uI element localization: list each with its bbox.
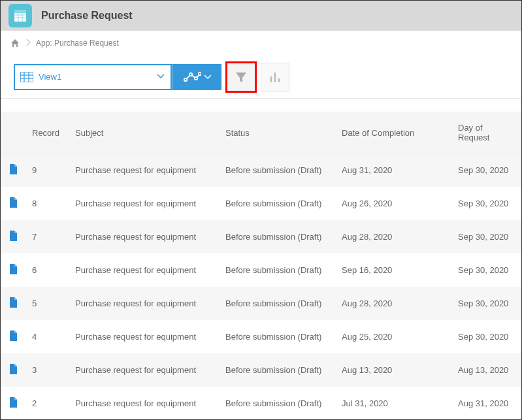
- cell-status: Before submission (Draft): [219, 287, 335, 320]
- records-table: Record Subject Status Date of Completion…: [1, 112, 521, 420]
- record-icon[interactable]: [8, 297, 18, 308]
- filter-button[interactable]: [225, 61, 257, 93]
- cell-subject: Purchase request for equipment: [69, 287, 219, 320]
- app-icon: [8, 4, 32, 27]
- page-title: Purchase Request: [41, 10, 133, 22]
- breadcrumb-app[interactable]: App: Purchase Request: [36, 39, 119, 48]
- table-row[interactable]: 3Purchase request for equipmentBefore su…: [1, 353, 521, 387]
- svg-line-17: [197, 74, 199, 77]
- record-icon[interactable]: [8, 397, 18, 408]
- chart-button[interactable]: [261, 63, 289, 91]
- cell-request: Aug 13, 2020: [451, 353, 521, 387]
- cell-completion: Sep 16, 2020: [335, 253, 451, 287]
- graph-dropdown[interactable]: [172, 64, 221, 90]
- cell-subject: Purchase request for equipment: [69, 253, 219, 287]
- home-icon[interactable]: [10, 38, 20, 48]
- table-view-icon: [20, 72, 33, 82]
- table-row[interactable]: 5Purchase request for equipmentBefore su…: [1, 287, 521, 320]
- table-row[interactable]: 8Purchase request for equipmentBefore su…: [1, 187, 521, 220]
- col-request-header[interactable]: Day of Request: [451, 112, 521, 153]
- cell-record: 4: [25, 320, 69, 353]
- svg-rect-6: [20, 72, 33, 82]
- cell-status: Before submission (Draft): [219, 220, 335, 253]
- chevron-down-icon: [204, 72, 212, 82]
- table-row[interactable]: 6Purchase request for equipmentBefore su…: [1, 253, 521, 287]
- cell-request: Sep 30, 2020: [451, 320, 521, 353]
- cell-subject: Purchase request for equipment: [69, 220, 219, 253]
- col-record-header[interactable]: Record: [25, 112, 69, 153]
- breadcrumb: App: Purchase Request: [1, 31, 521, 56]
- cell-subject: Purchase request for equipment: [69, 320, 219, 353]
- cell-completion: Aug 28, 2020: [335, 287, 451, 320]
- cell-completion: Aug 25, 2020: [335, 320, 451, 353]
- record-icon[interactable]: [8, 264, 18, 274]
- cell-request: Aug 31, 2020: [451, 387, 521, 420]
- record-icon[interactable]: [8, 331, 18, 341]
- cell-completion: Jul 31, 2020: [335, 387, 451, 420]
- table-row[interactable]: 7Purchase request for equipmentBefore su…: [1, 220, 521, 253]
- cell-request: Sep 30, 2020: [451, 287, 521, 320]
- svg-rect-1: [14, 10, 26, 13]
- cell-record: 8: [25, 187, 69, 220]
- cell-request: Sep 30, 2020: [451, 153, 521, 187]
- cell-status: Before submission (Draft): [219, 253, 335, 287]
- col-icon-header: [1, 112, 25, 153]
- cell-status: Before submission (Draft): [219, 320, 335, 353]
- app-grid-icon: [12, 8, 28, 24]
- record-icon[interactable]: [8, 197, 18, 208]
- cell-completion: Aug 31, 2020: [335, 153, 451, 187]
- cell-status: Before submission (Draft): [219, 387, 335, 420]
- table-header-row: Record Subject Status Date of Completion…: [1, 112, 521, 153]
- cell-subject: Purchase request for equipment: [69, 387, 219, 420]
- svg-line-16: [191, 75, 195, 78]
- table-row[interactable]: 4Purchase request for equipmentBefore su…: [1, 320, 521, 353]
- cell-subject: Purchase request for equipment: [69, 153, 219, 187]
- cell-completion: Aug 13, 2020: [335, 353, 451, 387]
- cell-record: 9: [25, 153, 69, 187]
- toolbar: View1: [1, 56, 521, 99]
- cell-record: 2: [25, 387, 69, 420]
- header-bar: Purchase Request: [1, 1, 521, 31]
- cell-record: 6: [25, 253, 69, 287]
- col-completion-header[interactable]: Date of Completion: [335, 112, 451, 153]
- cell-status: Before submission (Draft): [219, 187, 335, 220]
- col-status-header[interactable]: Status: [219, 112, 335, 153]
- cell-record: 7: [25, 220, 69, 253]
- cell-subject: Purchase request for equipment: [69, 353, 219, 387]
- cell-request: Sep 30, 2020: [451, 187, 521, 220]
- funnel-icon: [234, 70, 248, 84]
- table-row[interactable]: 9Purchase request for equipmentBefore su…: [1, 153, 521, 187]
- cell-status: Before submission (Draft): [219, 353, 335, 387]
- record-icon[interactable]: [8, 231, 18, 241]
- cell-status: Before submission (Draft): [219, 153, 335, 187]
- view-selector[interactable]: View1: [14, 64, 172, 90]
- cell-completion: Aug 26, 2020: [335, 187, 451, 220]
- cell-request: Sep 30, 2020: [451, 220, 521, 253]
- svg-line-15: [186, 75, 189, 78]
- table-row[interactable]: 2Purchase request for equipmentBefore su…: [1, 387, 521, 420]
- cell-completion: Aug 28, 2020: [335, 220, 451, 253]
- breadcrumb-chevron-icon: [25, 38, 31, 48]
- cell-subject: Purchase request for equipment: [69, 187, 219, 220]
- line-chart-icon: [183, 71, 201, 84]
- chevron-down-icon: [156, 72, 165, 82]
- col-subject-header[interactable]: Subject: [69, 112, 219, 153]
- record-icon[interactable]: [8, 164, 18, 174]
- view-selector-label: View1: [39, 72, 165, 82]
- cell-request: Sep 30, 2020: [451, 253, 521, 287]
- cell-record: 5: [25, 287, 69, 320]
- bar-chart-icon: [268, 70, 282, 84]
- record-icon[interactable]: [8, 364, 18, 374]
- cell-record: 3: [25, 353, 69, 387]
